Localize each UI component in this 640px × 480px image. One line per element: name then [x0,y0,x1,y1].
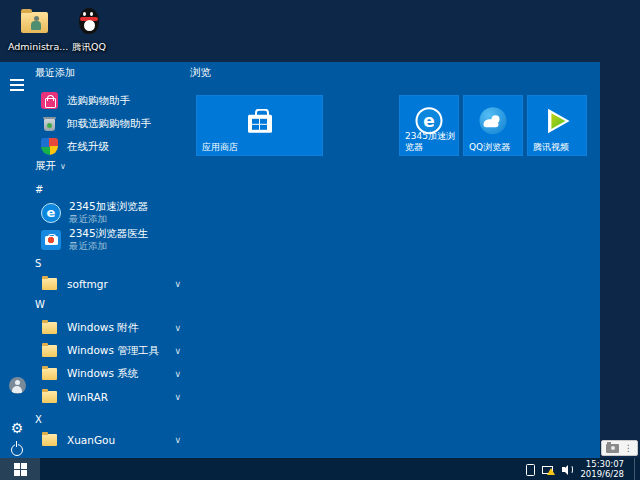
app-item-2345-doctor[interactable]: 2345浏览器医生 最近添加 [34,227,186,252]
start-button[interactable] [0,458,40,480]
screenshot-toolbar[interactable]: ⋮ [601,440,638,456]
tile-tencent-video[interactable]: 腾讯视频 [527,95,587,156]
gear-icon: ⚙ [11,421,24,435]
desktop-icon-label: Administra... [8,41,62,52]
system-tray: 15:30:07 2019/6/28 [524,458,637,480]
more-options-icon[interactable]: ⋮ [624,444,633,453]
expand-button[interactable]: 展开 ∨ [34,158,186,174]
chevron-down-icon: ∨ [174,346,181,356]
clock-date: 2019/6/28 [580,469,624,479]
section-letter-x[interactable]: X [35,414,42,425]
avatar [9,377,26,394]
tile-app-store[interactable]: 应用商店 [196,95,323,156]
desktop-icon-administrator[interactable]: Administra... [8,8,62,52]
chevron-down-icon: ∨ [174,392,181,402]
network-warning-icon[interactable] [542,462,556,476]
chevron-down-icon: ∨ [174,323,181,333]
desktop-icon-tencent-qq[interactable]: 腾讯QQ [62,8,116,52]
app-item-online-upgrade[interactable]: 在线升级 [34,135,186,158]
power-button[interactable] [8,441,26,459]
qq-browser-icon [480,108,507,135]
store-bag-icon [247,109,273,133]
app-item-2345-browser[interactable]: e 2345加速浏览器 最近添加 [34,200,186,225]
folder-icon [41,365,58,382]
app-folder-windows-system[interactable]: Windows 系统 ∨ [34,362,186,385]
user-account-button[interactable] [8,376,26,394]
desktop: Administra... 腾讯QQ ⚙ [0,0,640,480]
folder-icon [41,342,58,359]
start-menu-rail: ⚙ [0,62,34,458]
taskbar: 15:30:07 2019/6/28 [0,458,640,480]
play-button-icon [543,107,571,135]
chevron-down-icon: ∨ [174,369,181,379]
device-tray-icon[interactable] [524,462,536,476]
taskbar-clock[interactable]: 15:30:07 2019/6/28 [580,459,628,479]
folder-icon [41,431,58,448]
qq-penguin-icon [72,8,106,38]
app-item-uninstall-assistant[interactable]: 卸载选购购物助手 [34,112,186,135]
tile-2345-browser[interactable]: e 2345加速浏览器 [399,95,459,156]
section-letter-hash[interactable]: # [35,184,43,195]
browser-e-icon: e [41,203,61,223]
tile-group-header[interactable]: 浏览 [190,66,211,80]
trash-icon [41,115,58,132]
folder-icon [41,388,58,405]
desktop-icon-label: 腾讯QQ [62,41,116,52]
folder-icon [41,275,58,292]
folder-icon [41,319,58,336]
section-letter-s[interactable]: S [35,258,41,269]
show-desktop-button[interactable] [634,458,637,480]
tile-qq-browser[interactable]: QQ浏览器 [463,95,523,156]
app-list: 最近添加 选购购物助手 卸载选购购物助手 在线升级 展开 ∨ # e [34,62,190,458]
app-folder-softmgr[interactable]: softmgr ∨ [34,272,186,295]
shield-icon [41,138,58,155]
settings-button[interactable]: ⚙ [8,419,26,437]
camera-icon[interactable] [606,444,619,453]
windows-logo-icon [14,463,27,476]
hamburger-menu-icon[interactable] [8,76,26,94]
start-menu: ⚙ 最近添加 选购购物助手 卸载选购购物助手 在线升级 展开 [0,62,600,458]
section-letter-w[interactable]: W [35,299,45,310]
speaker-icon[interactable] [562,462,574,476]
clock-time: 15:30:07 [580,459,624,469]
app-folder-xuangou[interactable]: XuanGou ∨ [34,428,186,451]
user-folder-icon [18,8,52,38]
chevron-down-icon: ∨ [174,435,181,445]
app-folder-winrar[interactable]: WinRAR ∨ [34,385,186,408]
app-item-xuangou-assistant[interactable]: 选购购物助手 [34,89,186,112]
recent-added-header: 最近添加 [35,66,75,80]
app-folder-windows-admin-tools[interactable]: Windows 管理工具 ∨ [34,339,186,362]
chevron-down-icon: ∨ [60,162,66,171]
shopping-bag-icon [41,92,58,109]
power-icon [11,444,23,456]
app-folder-windows-accessories[interactable]: Windows 附件 ∨ [34,316,186,339]
chevron-down-icon: ∨ [174,279,181,289]
medkit-icon [41,230,61,250]
